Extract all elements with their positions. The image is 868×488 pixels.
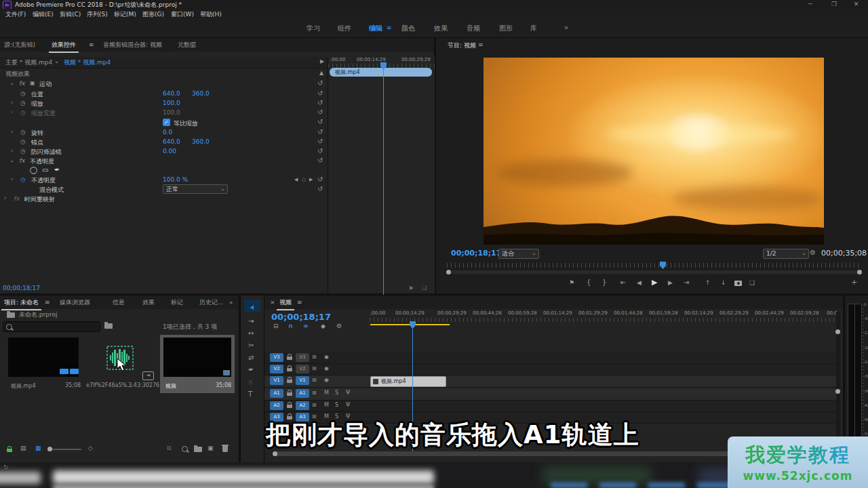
pen-tool-icon[interactable]: ✒ xyxy=(248,366,254,373)
workspace-tab-color[interactable]: 颜色 xyxy=(401,24,415,33)
position-x-value[interactable]: 640.0 xyxy=(163,90,180,97)
scale-value[interactable]: 100.0 xyxy=(163,100,180,106)
bin-nav-icon[interactable] xyxy=(104,323,113,329)
time-remap-label[interactable]: 时间重映射 xyxy=(24,195,55,204)
reset-icon[interactable]: ↺ xyxy=(317,108,323,116)
sync-lock-icon[interactable]: ⊞ xyxy=(312,402,317,408)
type-tool-icon[interactable]: T xyxy=(248,390,252,398)
play-button-icon[interactable]: ▶ xyxy=(652,278,657,287)
timeline-view-toggle-icon[interactable]: ▶ xyxy=(320,58,324,64)
rotation-expand-icon[interactable]: › xyxy=(11,129,13,135)
tab-sequence[interactable]: 视频 xyxy=(277,296,294,310)
sync-lock-icon[interactable]: ⊞ xyxy=(312,354,317,360)
mute-button[interactable]: M xyxy=(324,390,329,396)
reset-icon[interactable]: ↺ xyxy=(317,99,323,106)
scale-stopwatch-icon[interactable]: ◷ xyxy=(20,100,26,106)
reset-icon[interactable]: ↺ xyxy=(317,147,323,155)
mark-in-icon[interactable]: { xyxy=(587,279,591,286)
project-item-selected-cell[interactable]: 视频 35;08 xyxy=(160,335,235,393)
add-keyframe-icon[interactable]: ○ xyxy=(302,177,306,182)
track-target-a2[interactable]: A2 xyxy=(296,401,309,410)
step-forward-icon[interactable]: ▶ xyxy=(668,279,673,286)
antiflicker-stopwatch-icon[interactable]: ◷ xyxy=(20,148,26,155)
voiceover-mic-icon[interactable]: Ψ xyxy=(346,390,350,396)
program-timecode[interactable]: 00;00;18;17 xyxy=(451,249,501,258)
anchor-x-value[interactable]: 640.0 xyxy=(163,138,180,145)
ripple-edit-tool-icon[interactable]: ↔ xyxy=(248,329,254,337)
track-output-eye-icon[interactable]: ◉ xyxy=(324,365,329,371)
menu-edit[interactable]: 编辑(E) xyxy=(33,10,54,19)
pen-mask-icon[interactable]: ✒ xyxy=(54,166,60,174)
mute-button[interactable]: M xyxy=(324,402,329,408)
reset-icon[interactable]: ↺ xyxy=(317,79,323,87)
mini-playhead-line[interactable] xyxy=(383,68,384,296)
blend-mode-dropdown[interactable]: 正常 ⌄ xyxy=(163,184,228,194)
rotation-value[interactable]: 0.0 xyxy=(163,129,172,136)
program-menu-icon[interactable]: ≡ xyxy=(478,41,484,48)
razor-tool-icon[interactable]: ✂ xyxy=(248,342,254,349)
reset-icon[interactable]: ↺ xyxy=(317,89,323,97)
sync-lock-icon[interactable]: ⊞ xyxy=(312,390,317,396)
project-item-thumbnail[interactable] xyxy=(8,338,79,377)
opacity-group-label[interactable]: 不透明度 xyxy=(30,157,54,166)
source-patch-a2[interactable]: A2 xyxy=(270,401,283,410)
workspace-tab-graphics[interactable]: 图形 xyxy=(499,24,513,33)
reset-icon[interactable]: ↺ xyxy=(317,118,323,125)
menu-clip[interactable]: 剪辑(C) xyxy=(60,10,81,19)
icon-view-icon[interactable]: ▦ xyxy=(35,445,41,451)
track-lock-icon[interactable] xyxy=(287,377,292,383)
reset-icon[interactable]: ↺ xyxy=(317,128,323,136)
project-overflow-icon[interactable]: » xyxy=(226,296,236,309)
reset-icon[interactable]: ↺ xyxy=(317,185,323,192)
go-to-out-icon[interactable]: ⇥ xyxy=(684,279,689,286)
workspace-overflow-icon[interactable]: » xyxy=(564,24,568,31)
play-in-out-icon[interactable]: ▶ xyxy=(410,285,414,291)
track-target-a1[interactable]: A1 xyxy=(296,389,309,398)
track-output-eye-icon[interactable]: ◉ xyxy=(324,354,329,360)
program-zoom-track[interactable] xyxy=(448,270,858,274)
close-button[interactable]: ✕ xyxy=(854,1,859,7)
add-marker-icon[interactable]: ⚑ xyxy=(569,279,574,286)
extract-icon[interactable]: ↓ xyxy=(721,279,726,286)
timeline-ruler[interactable]: ;00;00 00;00;14;29 00;00;29;29 00;00;44;… xyxy=(370,309,836,324)
tab-media-browser[interactable]: 媒体浏览器 xyxy=(57,296,93,309)
voiceover-mic-icon[interactable]: Ψ xyxy=(346,402,350,408)
hand-tool-icon[interactable]: ☝ xyxy=(248,378,252,386)
comparison-view-icon[interactable]: ❏ xyxy=(749,279,755,286)
antiflicker-expand-icon[interactable]: › xyxy=(11,148,13,154)
position-stopwatch-icon[interactable]: ◷ xyxy=(20,90,26,97)
scale-expand-icon[interactable]: › xyxy=(11,100,13,106)
track-output-eye-icon[interactable]: ◉ xyxy=(324,377,329,383)
anchor-y-value[interactable]: 360.0 xyxy=(192,138,210,145)
sort-icons-icon[interactable]: ◇ xyxy=(88,445,93,451)
tab-source-monitor[interactable]: 源:(无剪辑) xyxy=(1,38,38,52)
project-item-name[interactable]: e7lf%2F46a5%... xyxy=(86,382,132,388)
track-lock-icon[interactable] xyxy=(287,354,292,360)
project-menu-icon[interactable]: ≡ xyxy=(42,296,53,309)
list-view-icon[interactable]: ▤ xyxy=(20,445,26,451)
sequence-clip-label[interactable]: 视频 * 视频.mp4 xyxy=(64,58,111,67)
prev-keyframe-icon[interactable]: ◀ xyxy=(294,177,298,182)
zoom-slider-knob[interactable] xyxy=(47,447,52,451)
anchor-stopwatch-icon[interactable]: ◷ xyxy=(20,138,26,145)
export-icon[interactable]: ❏ xyxy=(422,285,427,291)
track-lock-icon[interactable] xyxy=(287,390,292,396)
tab-markers[interactable]: 标记 xyxy=(168,296,186,309)
position-y-value[interactable]: 360.0 xyxy=(192,90,210,97)
fit-dropdown[interactable]: 适合 ⌄ xyxy=(498,249,539,259)
vscroll-handle-top[interactable] xyxy=(835,329,840,334)
maximize-button[interactable]: ❐ xyxy=(831,1,837,7)
next-keyframe-icon[interactable]: ▶ xyxy=(309,177,313,182)
settings-wrench-icon[interactable]: ⚙ xyxy=(810,249,816,256)
project-writable-icon[interactable] xyxy=(7,446,12,452)
thumbnail-zoom-slider[interactable] xyxy=(49,449,81,450)
workspace-menu-icon[interactable]: ≡ xyxy=(387,24,392,31)
new-item-icon[interactable]: ▣ xyxy=(208,445,214,451)
go-to-in-icon[interactable]: ⇤ xyxy=(620,279,626,286)
program-playhead-marker[interactable] xyxy=(660,262,666,269)
ellipse-mask-icon[interactable]: ◯ xyxy=(30,166,37,174)
rotation-stopwatch-icon[interactable]: ◷ xyxy=(20,129,26,136)
menu-file[interactable]: 文件(F) xyxy=(5,10,26,19)
timeline-hscroll[interactable] xyxy=(273,451,807,456)
menu-sequence[interactable]: 序列(S) xyxy=(87,10,108,19)
